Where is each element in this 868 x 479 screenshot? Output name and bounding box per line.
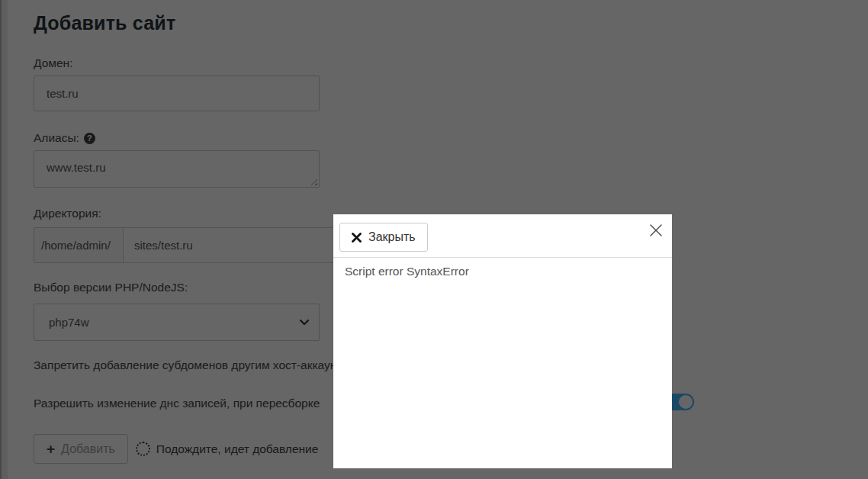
- modal-header: Закрыть: [333, 214, 672, 258]
- close-x-icon[interactable]: [649, 223, 663, 237]
- modal-close-button-label: Закрыть: [368, 230, 416, 244]
- heavy-x-icon: [352, 233, 362, 243]
- modal-close-button[interactable]: Закрыть: [339, 223, 428, 252]
- error-modal: Закрыть Script error SyntaxError: [333, 214, 672, 468]
- modal-body-text: Script error SyntaxError: [345, 265, 469, 278]
